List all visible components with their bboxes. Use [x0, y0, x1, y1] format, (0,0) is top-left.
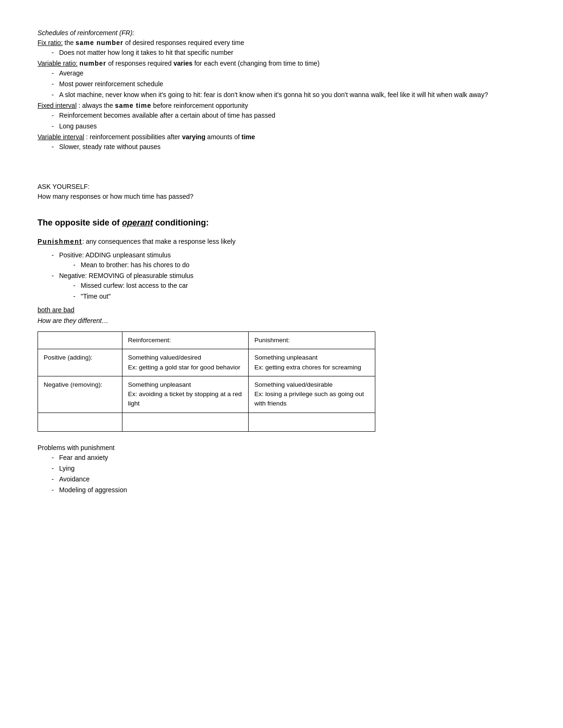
- punishment-label: Punishment: [38, 238, 82, 245]
- ask-yourself-heading: ASK YOURSELF:: [38, 182, 525, 192]
- variable-interval-label: Variable interval: [38, 133, 84, 141]
- list-item: Reinforcement becomes available after a …: [52, 111, 525, 120]
- table-cell-empty-3: [249, 413, 375, 431]
- table-header-row: Reinforcement: Punishment:: [38, 332, 375, 349]
- fixed-interval-label: Fixed interval: [38, 102, 76, 109]
- fixed-interval-bold: same time: [115, 102, 151, 109]
- schedules-section: Schedules of reinforcement (FR): Fix rat…: [38, 28, 525, 152]
- spacer1: [38, 159, 525, 171]
- spacer3: [38, 205, 525, 217]
- positive-sub-list: Mean to brother: has his chores to do: [59, 260, 525, 270]
- table-cell-positive-label: Positive (adding):: [38, 349, 122, 376]
- schedules-heading: Schedules of reinforcement (FR):: [38, 28, 525, 38]
- table-cell-negative-punishment: Something valued/desirable Ex: losing a …: [249, 376, 375, 413]
- operant-heading-after: conditioning:: [153, 218, 209, 227]
- table-cell-empty-1: [38, 413, 122, 431]
- spacer2: [38, 171, 525, 182]
- table-cell-empty-2: [122, 413, 249, 431]
- fix-ratio-rest: of desired responses required every time: [123, 39, 244, 46]
- table-header-punishment: Punishment:: [249, 332, 375, 349]
- table-cell-negative-label: Negative (removing):: [38, 376, 122, 413]
- table-cell-positive-punishment: Something unpleasant Ex: getting extra c…: [249, 349, 375, 376]
- variable-ratio-bold2: varies: [174, 60, 192, 67]
- variable-interval-bold: varying: [182, 133, 205, 141]
- list-item: Negative: REMOVING of pleasurable stimul…: [52, 271, 525, 301]
- comparison-table: Reinforcement: Punishment: Positive (add…: [38, 331, 375, 432]
- list-item: Mean to brother: has his chores to do: [73, 260, 525, 270]
- problems-heading: Problems with punishment: [38, 443, 525, 453]
- list-item: Avoidance: [52, 474, 525, 484]
- both-bad-text: both are bad: [38, 305, 525, 315]
- list-item: Does not matter how long it takes to hit…: [52, 48, 525, 58]
- list-item: Long pauses: [52, 121, 525, 131]
- operant-word: operant: [122, 218, 153, 227]
- variable-ratio-line: Variable ratio: number of responses requ…: [38, 59, 525, 68]
- problems-section: Problems with punishment Fear and anxiet…: [38, 443, 525, 495]
- punishment-list: Positive: ADDING unpleasant stimulus Mea…: [38, 250, 525, 301]
- list-item: A slot machine, never know when it's goi…: [52, 90, 525, 100]
- fixed-interval-text: : always the: [78, 102, 115, 109]
- negative-sub-list: Missed curfew: lost access to the car "T…: [59, 281, 525, 301]
- list-item: Fear and anxiety: [52, 453, 525, 463]
- fixed-interval-rest: before reinforcement opportunity: [151, 102, 248, 109]
- variable-ratio-label: Variable ratio:: [38, 60, 77, 67]
- table-row: Positive (adding): Something valued/desi…: [38, 349, 375, 376]
- punishment-def-text: : any consequences that make a response …: [82, 238, 236, 245]
- operant-heading-section: The opposite side of operant conditionin…: [38, 217, 525, 229]
- punishment-definition: Punishment: any consequences that make a…: [38, 237, 525, 247]
- list-item: Slower, steady rate without pauses: [52, 142, 525, 152]
- variable-ratio-rest: of responses required: [107, 60, 174, 67]
- list-item: Modeling of aggression: [52, 485, 525, 495]
- list-item: Positive: ADDING unpleasant stimulus Mea…: [52, 250, 525, 270]
- table-header-reinforcement: Reinforcement:: [122, 332, 249, 349]
- table-row: Negative (removing): Something unpleasan…: [38, 376, 375, 413]
- fix-ratio-bold: same number: [76, 39, 123, 46]
- table-cell-positive-reinforcement: Something valued/desired Ex: getting a g…: [122, 349, 249, 376]
- list-item: Average: [52, 68, 525, 78]
- table-cell-negative-reinforcement: Something unpleasant Ex: avoiding a tick…: [122, 376, 249, 413]
- variable-interval-line: Variable interval : reinforcement possib…: [38, 132, 525, 142]
- negative-text: Negative: REMOVING of pleasurable stimul…: [59, 272, 193, 279]
- table-header-empty: [38, 332, 122, 349]
- list-item: "Time out": [73, 292, 525, 301]
- fixed-interval-list: Reinforcement becomes available after a …: [38, 111, 525, 131]
- variable-interval-rest: amounts of: [205, 133, 242, 141]
- variable-interval-bold2: time: [242, 133, 255, 141]
- how-different-text: How are they different…: [38, 316, 525, 326]
- ask-yourself-text: How many responses or how much time has …: [38, 192, 525, 202]
- operant-heading: The opposite side of operant conditionin…: [38, 217, 525, 229]
- variable-ratio-rest2: for each event (changing from time to ti…: [192, 60, 320, 67]
- variable-interval-list: Slower, steady rate without pauses: [38, 142, 525, 152]
- fixed-interval-line: Fixed interval : always the same time be…: [38, 101, 525, 111]
- punishment-section: Punishment: any consequences that make a…: [38, 237, 525, 432]
- table-row-empty: [38, 413, 375, 431]
- list-item: Missed curfew: lost access to the car: [73, 281, 525, 291]
- fix-ratio-text: the: [65, 39, 76, 46]
- fix-ratio-label: Fix ratio:: [38, 39, 63, 46]
- positive-text: Positive: ADDING unpleasant stimulus: [59, 251, 171, 259]
- list-item: Lying: [52, 464, 525, 473]
- fix-ratio-list: Does not matter how long it takes to hit…: [38, 48, 525, 58]
- operant-heading-before: The opposite side of: [38, 218, 122, 227]
- variable-ratio-bold: number: [79, 60, 106, 67]
- list-item: Most power reinforcement schedule: [52, 79, 525, 89]
- problems-list: Fear and anxiety Lying Avoidance Modelin…: [38, 453, 525, 495]
- variable-interval-text: : reinforcement possibilities after: [86, 133, 182, 141]
- ask-yourself-section: ASK YOURSELF: How many responses or how …: [38, 182, 525, 202]
- fix-ratio-line: Fix ratio: the same number of desired re…: [38, 38, 525, 48]
- variable-ratio-list: Average Most power reinforcement schedul…: [38, 68, 525, 100]
